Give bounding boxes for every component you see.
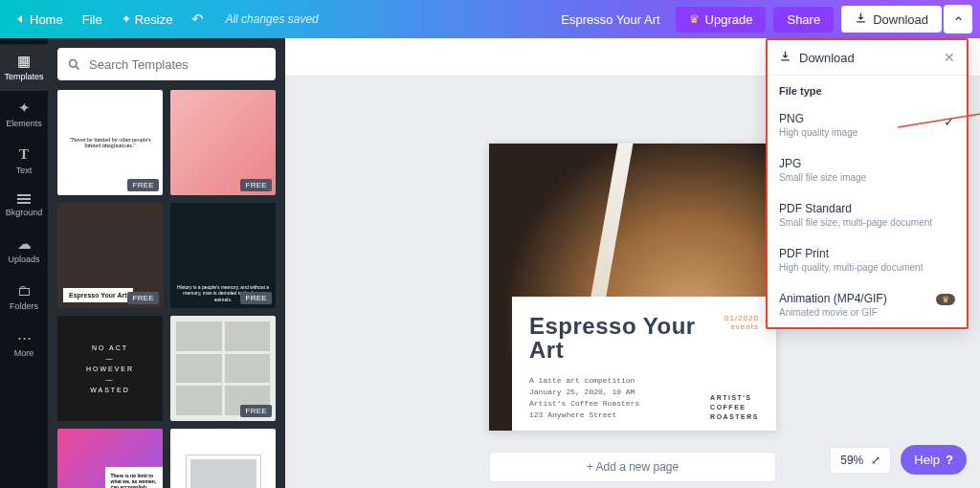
file-type-label: File type	[768, 76, 967, 102]
premium-crown-icon: ♛	[936, 294, 955, 305]
nav-uploads[interactable]: ☁ Uploads	[0, 227, 48, 274]
save-status: All changes saved	[225, 12, 318, 26]
file-type-option[interactable]: PDF PrintHigh quality, multi-page docume…	[768, 237, 967, 282]
share-button[interactable]: Share	[773, 7, 834, 33]
resize-label: Resize	[135, 12, 173, 27]
search-templates[interactable]	[57, 48, 276, 80]
nav-background-label: Bkground	[6, 208, 43, 217]
templates-sidebar: "Never be limited by other people's limi…	[48, 38, 285, 488]
close-popover-button[interactable]: ✕	[944, 50, 955, 65]
template-thumbnail[interactable]: FREE	[170, 429, 276, 488]
search-input[interactable]	[89, 57, 266, 72]
help-label: Help	[914, 453, 940, 467]
nav-uploads-label: Uploads	[8, 255, 39, 264]
nav-folders[interactable]: 🗀 Folders	[0, 274, 48, 321]
nav-elements-label: Elements	[6, 119, 42, 128]
cloud-upload-icon: ☁	[17, 236, 32, 251]
download-icon	[855, 11, 867, 27]
free-badge: FREE	[127, 179, 159, 191]
file-menu[interactable]: File	[73, 7, 112, 33]
file-type-subtitle: Small file size image	[779, 172, 955, 183]
add-page-label: + Add a new page	[587, 460, 679, 474]
file-type-title: PNG	[779, 112, 934, 125]
resize-button[interactable]: ✦ Resize	[112, 7, 183, 33]
download-options-button[interactable]	[944, 5, 972, 33]
folder-icon: 🗀	[17, 283, 32, 298]
design-page[interactable]: Espresso Your Art 01/2020 events A latte…	[489, 144, 776, 431]
upgrade-button[interactable]: ♛ Upgrade	[676, 7, 767, 33]
more-icon: ⋯	[17, 330, 32, 344]
file-label: File	[82, 12, 102, 27]
nav-more[interactable]: ⋯ More	[0, 321, 48, 367]
nav-folders-label: Folders	[10, 301, 38, 311]
zoom-control[interactable]: 59% ⤢	[830, 447, 891, 474]
nav-templates-label: Templates	[4, 72, 43, 81]
file-type-option[interactable]: JPGSmall file size image	[768, 147, 967, 192]
file-type-option[interactable]: Animation (MP4/GIF)Animated movie or GIF…	[768, 282, 967, 327]
templates-icon: ▦	[17, 54, 31, 68]
help-button[interactable]: Help ?	[901, 445, 967, 475]
elements-icon: ✦	[18, 100, 31, 115]
free-badge: FREE	[240, 292, 272, 304]
text-icon: T	[19, 147, 29, 162]
home-button[interactable]: Home	[8, 7, 73, 33]
add-page-button[interactable]: + Add a new page	[489, 452, 776, 482]
template-thumbnail[interactable]: History is a people's memory, and withou…	[170, 203, 276, 308]
template-thumbnail[interactable]: Espresso Your ArtFREE	[57, 203, 163, 308]
nav-more-label: More	[14, 348, 34, 358]
help-icon: ?	[946, 453, 953, 467]
page-brand[interactable]: ARTIST'S COFFEE ROASTERS	[710, 393, 759, 421]
popover-title: Download	[799, 51, 855, 65]
nav-background[interactable]: Bkground	[0, 185, 48, 227]
document-title[interactable]: Espresso Your Art	[561, 12, 659, 27]
nav-rail: ▦ Templates ✦ Elements T Text Bkground ☁…	[0, 38, 48, 488]
home-label: Home	[30, 12, 63, 27]
template-thumbnail[interactable]: FREE	[170, 316, 276, 421]
search-icon	[67, 57, 81, 72]
template-thumbnail[interactable]: There is no limit to what we, as women, …	[57, 429, 163, 488]
page-text-card[interactable]: Espresso Your Art 01/2020 events A latte…	[512, 297, 776, 431]
fullscreen-icon: ⤢	[871, 454, 880, 467]
free-badge: FREE	[127, 292, 159, 304]
download-popover: Download ✕ File type PNGHigh quality ima…	[766, 38, 969, 329]
file-type-subtitle: High quality image	[779, 127, 934, 138]
top-bar: Home File ✦ Resize ↶ All changes saved E…	[0, 0, 980, 38]
file-type-title: JPG	[779, 157, 955, 170]
file-type-title: PDF Standard	[779, 202, 955, 215]
crown-icon: ♛	[689, 12, 700, 26]
upgrade-label: Upgrade	[705, 12, 753, 27]
page-details[interactable]: A latte art competition January 25, 2020…	[529, 375, 697, 421]
nav-text-label: Text	[16, 166, 33, 175]
template-thumbnail[interactable]: "Never be limited by other people's limi…	[57, 90, 163, 195]
undo-icon: ↶	[191, 11, 204, 28]
template-thumbnail[interactable]: NO ACT—HOWEVER—WASTED	[57, 316, 163, 421]
undo-button[interactable]: ↶	[182, 5, 213, 33]
file-type-option[interactable]: PDF StandardSmall file size, multi-page …	[768, 192, 967, 237]
free-badge: FREE	[240, 405, 272, 417]
svg-point-0	[70, 59, 78, 67]
share-label: Share	[787, 12, 820, 27]
file-type-subtitle: Animated movie or GIF	[779, 307, 926, 318]
nav-elements[interactable]: ✦ Elements	[0, 91, 48, 138]
page-date-tag[interactable]: 01/2020 events	[710, 314, 759, 362]
template-thumbnail[interactable]: FREE	[170, 90, 276, 195]
download-icon	[779, 50, 791, 65]
check-icon: ✓	[944, 114, 955, 129]
download-label: Download	[873, 12, 928, 27]
file-type-title: Animation (MP4/GIF)	[779, 292, 926, 305]
free-badge: FREE	[240, 179, 272, 191]
download-button[interactable]: Download	[841, 6, 942, 33]
chevron-left-icon	[17, 15, 22, 23]
nav-templates[interactable]: ▦ Templates	[0, 44, 48, 91]
zoom-value: 59%	[840, 454, 863, 467]
file-type-option[interactable]: PNGHigh quality image✓	[768, 102, 967, 147]
file-type-title: PDF Print	[779, 247, 955, 260]
close-icon: ✕	[944, 50, 955, 65]
file-type-subtitle: Small file size, multi-page document	[779, 217, 955, 228]
nav-text[interactable]: T Text	[0, 138, 48, 185]
background-icon	[17, 194, 31, 204]
file-type-subtitle: High quality, multi-page document	[779, 262, 955, 273]
chevron-up-icon	[953, 12, 964, 27]
templates-list[interactable]: "Never be limited by other people's limi…	[48, 90, 285, 488]
page-title[interactable]: Espresso Your Art	[529, 314, 697, 362]
